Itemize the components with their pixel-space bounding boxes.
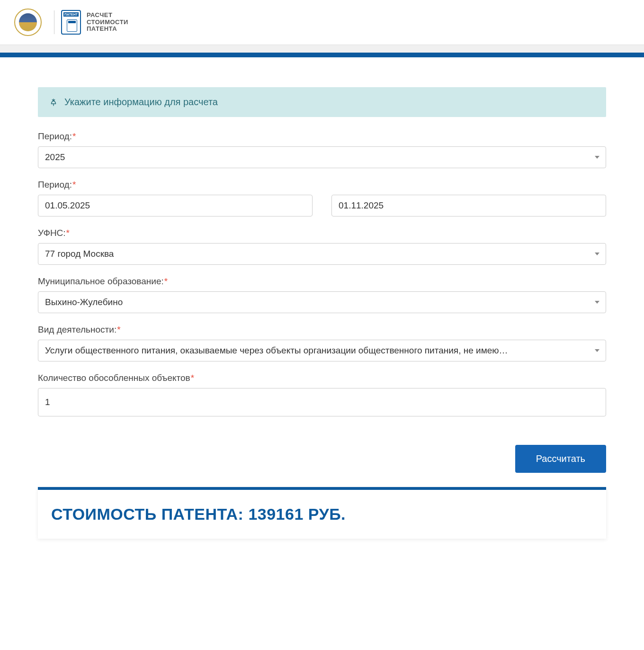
app-header: ПАТЕНТ РАСЧЕТ СТОИМОСТИ ПАТЕНТА <box>0 0 644 45</box>
input-date-to[interactable] <box>331 195 606 217</box>
label-period-year: Период:* <box>38 131 606 142</box>
calculate-button[interactable]: Рассчитать <box>515 445 606 473</box>
required-mark: * <box>164 276 168 286</box>
spacer <box>0 45 644 53</box>
label-activity: Вид деятельности:* <box>38 325 606 335</box>
required-mark: * <box>72 180 76 190</box>
form-group-objects-count: Количество обособленных объектов* <box>38 373 606 416</box>
info-banner-text: Укажите информацию для расчета <box>64 97 218 108</box>
input-date-from[interactable] <box>38 195 313 217</box>
result-title: СТОИМОСТЬ ПАТЕНТА: 139161 РУБ. <box>51 505 593 524</box>
info-banner: Укажите информацию для расчета <box>38 87 606 117</box>
required-mark: * <box>72 131 76 141</box>
label-objects-count: Количество обособленных объектов* <box>38 373 606 383</box>
select-municipality[interactable]: Выхино-Жулебино <box>38 291 606 313</box>
required-mark: * <box>117 325 120 334</box>
required-mark: * <box>191 373 194 383</box>
header-divider <box>54 10 54 34</box>
header-title-line3: ПАТЕНТА <box>87 26 128 33</box>
header-title: РАСЧЕТ СТОИМОСТИ ПАТЕНТА <box>87 12 128 33</box>
header-title-line1: РАСЧЕТ <box>87 12 128 19</box>
submit-row: Рассчитать <box>38 445 606 473</box>
emblem-icon <box>14 9 42 36</box>
required-mark: * <box>66 228 70 238</box>
header-title-line2: СТОИМОСТИ <box>87 19 128 26</box>
select-ufns[interactable]: 77 город Москва <box>38 243 606 265</box>
form-group-ufns: УФНС:* 77 город Москва <box>38 228 606 265</box>
main-container: Укажите информацию для расчета Период:* … <box>19 59 625 558</box>
form-group-period-dates: Период:* <box>38 180 606 217</box>
pin-icon <box>49 98 58 107</box>
form-group-period-year: Период:* 2025 <box>38 131 606 168</box>
select-period-year[interactable]: 2025 <box>38 146 606 168</box>
label-municipality: Муниципальное образование:* <box>38 276 606 287</box>
input-objects-count[interactable] <box>38 388 606 416</box>
form-group-municipality: Муниципальное образование:* Выхино-Жулеб… <box>38 276 606 313</box>
patent-badge-text: ПАТЕНТ <box>63 12 79 17</box>
label-ufns: УФНС:* <box>38 228 606 238</box>
blue-bar <box>0 53 644 57</box>
form-group-activity: Вид деятельности:* Услуги общественного … <box>38 325 606 361</box>
patent-calculator-icon: ПАТЕНТ <box>61 10 81 35</box>
select-activity[interactable]: Услуги общественного питания, оказываемы… <box>38 340 606 361</box>
label-period-dates: Период:* <box>38 180 606 190</box>
result-card: СТОИМОСТЬ ПАТЕНТА: 139161 РУБ. <box>38 487 606 539</box>
